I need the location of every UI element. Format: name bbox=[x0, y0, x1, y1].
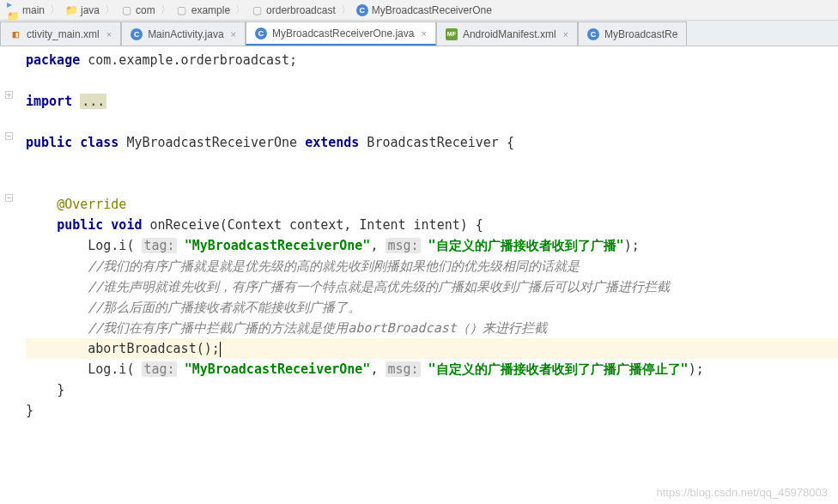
code-line: Log.i( tag: "MyBroadcastReceiverOne", ms… bbox=[26, 235, 838, 256]
class-icon: C bbox=[356, 4, 368, 16]
chevron-right-icon: 〉 bbox=[48, 3, 62, 17]
chevron-right-icon: 〉 bbox=[234, 3, 247, 17]
tab-activity-main-xml[interactable]: ◧ ctivity_main.xml × bbox=[0, 21, 121, 46]
code-line: Log.i( tag: "MyBroadcastReceiverOne", ms… bbox=[26, 359, 838, 380]
fold-icon[interactable]: + bbox=[5, 91, 13, 99]
breadcrumb-item-com[interactable]: ▢ com bbox=[117, 4, 159, 16]
code-line: //我们在有序广播中拦截广播的方法就是使用abortBroadcast（）来进行… bbox=[26, 318, 838, 338]
breadcrumb-label: java bbox=[81, 4, 100, 16]
code-line: } bbox=[26, 400, 838, 421]
tab-mybroadcastreceiverone-java[interactable]: C MyBroadcastReceiverOne.java × bbox=[246, 21, 436, 46]
class-icon: C bbox=[255, 27, 267, 39]
code-content[interactable]: package com.example.orderbroadcast; impo… bbox=[0, 50, 838, 421]
package-icon: ▢ bbox=[251, 4, 263, 16]
tab-label: MainActivity.java bbox=[148, 28, 223, 40]
blank-line bbox=[26, 173, 838, 194]
tab-mybroadcastre[interactable]: C MyBroadcastRe bbox=[578, 21, 687, 46]
tab-mainactivity-java[interactable]: C MainActivity.java × bbox=[121, 21, 246, 46]
chevron-right-icon: 〉 bbox=[159, 3, 173, 17]
code-line: //我们的有序广播就是就是优先级的高的就先收到刚播如果他们的优先级相同的话就是 bbox=[26, 256, 838, 276]
package-icon: ▢ bbox=[176, 4, 188, 16]
chevron-right-icon: 〉 bbox=[103, 3, 117, 17]
class-icon: C bbox=[131, 28, 143, 40]
caret-icon bbox=[220, 342, 221, 357]
close-icon[interactable]: × bbox=[231, 29, 236, 39]
manifest-icon: MF bbox=[446, 28, 458, 40]
folder-icon: ▸📁 bbox=[7, 4, 19, 16]
close-icon[interactable]: × bbox=[563, 29, 568, 39]
breadcrumb-label: main bbox=[22, 4, 45, 16]
code-line: @Override bbox=[26, 194, 838, 215]
chevron-right-icon: 〉 bbox=[339, 3, 353, 17]
tab-label: ctivity_main.xml bbox=[27, 28, 100, 40]
breadcrumb-item-example[interactable]: ▢ example bbox=[173, 4, 234, 16]
fold-icon[interactable]: − bbox=[5, 132, 13, 140]
package-icon: ▢ bbox=[120, 4, 132, 16]
editor-tabs: ◧ ctivity_main.xml × C MainActivity.java… bbox=[0, 21, 838, 46]
watermark-text: https://blog.csdn.net/qq_45978003 bbox=[657, 486, 829, 499]
breadcrumb-item-class[interactable]: C MyBroadcastReceiverOne bbox=[353, 4, 495, 16]
breadcrumb-label: com bbox=[136, 4, 155, 16]
current-line: abortBroadcast(); bbox=[26, 338, 838, 359]
close-icon[interactable]: × bbox=[421, 28, 426, 39]
blank-line bbox=[26, 112, 838, 132]
tab-label: MyBroadcastReceiverOne.java bbox=[272, 27, 414, 39]
close-icon[interactable]: × bbox=[106, 29, 112, 39]
breadcrumb-label: MyBroadcastReceiverOne bbox=[372, 4, 492, 16]
breadcrumb-item-java[interactable]: 📁 java bbox=[62, 4, 103, 16]
tab-label: MyBroadcastRe bbox=[604, 28, 677, 40]
breadcrumb-label: example bbox=[191, 4, 230, 16]
breadcrumb-label: orderbroadcast bbox=[266, 4, 336, 16]
blank-line bbox=[26, 70, 838, 91]
breadcrumb-item-main[interactable]: ▸📁 main bbox=[3, 4, 48, 16]
tab-androidmanifest-xml[interactable]: MF AndroidManifest.xml × bbox=[436, 21, 578, 46]
editor-gutter: + − − bbox=[0, 46, 21, 421]
tab-label: AndroidManifest.xml bbox=[463, 28, 556, 40]
folder-icon: 📁 bbox=[65, 4, 77, 16]
code-line: //谁先声明就谁先收到，有序广播有一个特点就是高优先级的广播如果收到广播后可以对… bbox=[26, 276, 838, 297]
code-line: //那么后面的广播接收者就不能接收到广播了。 bbox=[26, 297, 838, 318]
code-line: } bbox=[26, 380, 838, 400]
breadcrumb-item-orderbroadcast[interactable]: ▢ orderbroadcast bbox=[247, 4, 339, 16]
blank-line bbox=[26, 153, 838, 173]
code-editor[interactable]: + − − package com.example.orderbroadcast… bbox=[0, 46, 838, 421]
xml-file-icon: ◧ bbox=[9, 28, 21, 40]
code-line: import ... bbox=[26, 91, 838, 112]
class-icon: C bbox=[587, 28, 599, 40]
code-line: package com.example.orderbroadcast; bbox=[26, 50, 838, 70]
breadcrumb-bar: ▸📁 main 〉 📁 java 〉 ▢ com 〉 ▢ example 〉 ▢… bbox=[0, 0, 838, 21]
fold-icon[interactable]: − bbox=[5, 194, 13, 202]
code-line: public class MyBroadcastReceiverOne exte… bbox=[26, 132, 838, 153]
code-line: public void onReceive(Context context, I… bbox=[26, 215, 838, 235]
